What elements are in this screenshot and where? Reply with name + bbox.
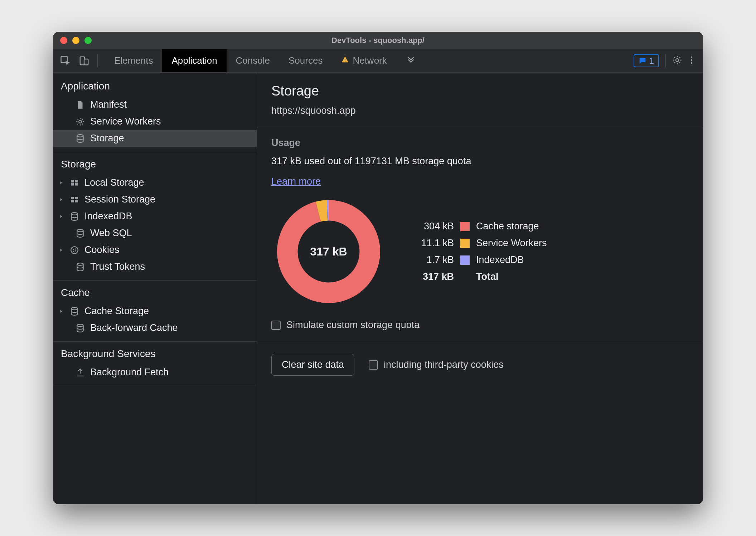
legend-row: 1.7 kBIndexedDB [407,252,547,268]
chevron-right-icon [58,197,64,202]
usage-donut-chart: 317 kB [271,194,386,309]
sidebar-item-label: Trust Tokens [90,261,145,272]
svg-point-10 [77,135,83,137]
content-area: ApplicationManifestService WorkersStorag… [53,73,703,504]
sidebar-item-cache-storage[interactable]: Cache Storage [53,303,257,320]
sidebar-item-label: Manifest [90,99,127,110]
db-icon [69,211,79,221]
tab-label: Application [171,55,217,66]
learn-more-link[interactable]: Learn more [271,176,321,187]
legend-size: 304 kB [407,221,454,232]
legend-swatch [460,255,470,265]
cookie-icon [69,245,79,255]
devtools-window: DevTools - squoosh.app/ Elements Applica… [53,32,703,504]
db-icon [75,228,85,238]
sidebar-section-heading: Storage [53,152,257,174]
legend-label: IndexedDB [476,254,524,265]
svg-point-7 [691,59,693,61]
issues-count: 1 [649,56,654,66]
sidebar-section-heading: Background Services [53,342,257,364]
legend-swatch [460,272,470,282]
svg-rect-16 [75,197,78,199]
grid-icon [69,195,79,205]
db-icon [75,133,85,143]
tab-sources[interactable]: Sources [279,49,332,72]
third-party-cookies-checkbox[interactable] [369,360,378,370]
chevron-right-icon [58,180,64,185]
tab-console[interactable]: Console [227,49,279,72]
devtools-tabs: Elements Application Console Sources Net… [105,49,426,72]
gear-icon [75,117,85,127]
chevron-right-icon [58,248,64,253]
simulate-quota-checkbox[interactable] [271,321,281,330]
svg-rect-17 [71,200,74,203]
sidebar-item-background-fetch[interactable]: Background Fetch [53,364,257,381]
sidebar-item-back-forward-cache[interactable]: Back-forward Cache [53,320,257,336]
sidebar-section-heading: Cache [53,281,257,303]
legend-swatch [460,239,470,248]
device-toggle-button[interactable] [77,53,92,68]
usage-legend: 304 kBCache storage11.1 kBService Worker… [407,218,547,285]
svg-point-9 [79,120,82,123]
sidebar-item-storage[interactable]: Storage [53,130,257,147]
legend-row-total: 317 kBTotal [407,268,547,285]
svg-rect-15 [71,197,74,199]
inspect-element-button[interactable] [58,53,73,68]
svg-point-5 [676,58,679,61]
sidebar-item-local-storage[interactable]: Local Storage [53,174,257,191]
main-panel: Storage https://squoosh.app Usage 317 kB… [257,73,703,504]
third-party-cookies-label: including third-party cookies [384,359,504,370]
issues-badge[interactable]: 1 [634,54,659,67]
sidebar-item-label: IndexedDB [84,211,132,222]
sidebar-item-manifest[interactable]: Manifest [53,96,257,113]
db-icon [75,323,85,333]
svg-rect-13 [71,183,74,185]
tabs-overflow-button[interactable] [396,49,426,72]
warning-icon [341,55,349,66]
svg-point-8 [691,62,693,64]
clear-site-data-button[interactable]: Clear site data [271,354,354,376]
svg-rect-11 [71,180,74,182]
page-title: Storage [271,83,689,99]
sidebar-item-web-sql[interactable]: Web SQL [53,225,257,242]
tab-application[interactable]: Application [162,49,226,72]
devtools-toolbar: Elements Application Console Sources Net… [53,49,703,73]
sidebar-item-trust-tokens[interactable]: Trust Tokens [53,258,257,275]
svg-point-23 [75,248,76,249]
legend-row: 11.1 kBService Workers [407,235,547,252]
sidebar-item-cookies[interactable]: Cookies [53,242,257,258]
legend-label: Service Workers [476,238,547,249]
usage-heading: Usage [271,137,689,148]
svg-point-20 [77,229,83,232]
tab-elements[interactable]: Elements [105,49,162,72]
legend-row: 304 kBCache storage [407,218,547,235]
application-sidebar: ApplicationManifestService WorkersStorag… [53,73,257,504]
tab-label: Network [353,55,387,66]
simulate-quota-label: Simulate custom storage quota [286,320,420,331]
toolbar-divider [97,54,98,67]
sidebar-item-label: Local Storage [84,177,144,188]
legend-swatch [460,222,470,231]
svg-point-22 [73,249,74,250]
db-icon [75,262,85,272]
settings-button[interactable] [672,55,682,67]
sidebar-item-label: Session Storage [84,194,155,205]
sidebar-item-label: Storage [90,133,124,144]
legend-size: 1.7 kB [407,254,454,265]
legend-size: 317 kB [407,271,454,282]
sidebar-item-service-workers[interactable]: Service Workers [53,113,257,130]
tab-network[interactable]: Network [332,49,396,72]
svg-rect-14 [75,183,78,185]
svg-point-27 [71,307,77,310]
sidebar-item-session-storage[interactable]: Session Storage [53,191,257,208]
svg-point-26 [77,263,83,265]
legend-label: Cache storage [476,221,539,232]
usage-summary: 317 kB used out of 1197131 MB storage qu… [271,156,689,167]
svg-rect-3 [345,59,345,60]
svg-rect-12 [75,180,78,182]
sidebar-item-label: Cache Storage [84,306,149,317]
sidebar-item-label: Web SQL [90,228,132,239]
more-menu-button[interactable] [687,55,697,67]
svg-rect-18 [75,200,78,203]
sidebar-item-indexeddb[interactable]: IndexedDB [53,208,257,225]
